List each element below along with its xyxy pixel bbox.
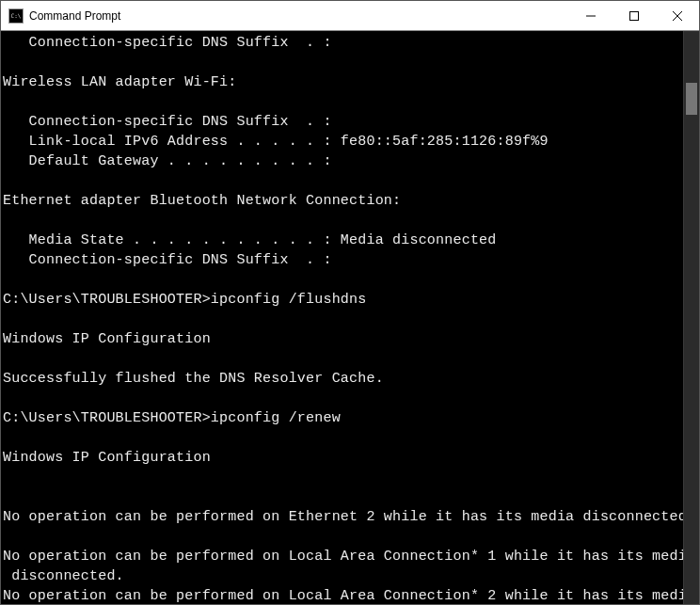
scrollbar[interactable]: [683, 31, 699, 604]
window-controls: [569, 1, 699, 30]
scroll-thumb[interactable]: [686, 83, 697, 115]
terminal-area[interactable]: Connection-specific DNS Suffix . : Wirel…: [1, 31, 699, 604]
maximize-button[interactable]: [612, 1, 656, 30]
maximize-icon: [629, 11, 639, 21]
terminal-output: Connection-specific DNS Suffix . : Wirel…: [1, 31, 699, 604]
titlebar: Command Prompt: [1, 1, 699, 31]
cmd-icon: [8, 8, 24, 24]
close-icon: [673, 11, 682, 21]
close-button[interactable]: [656, 1, 699, 30]
svg-rect-1: [630, 11, 639, 20]
minimize-icon: [586, 11, 596, 21]
minimize-button[interactable]: [569, 1, 612, 30]
window-title: Command Prompt: [29, 9, 569, 23]
